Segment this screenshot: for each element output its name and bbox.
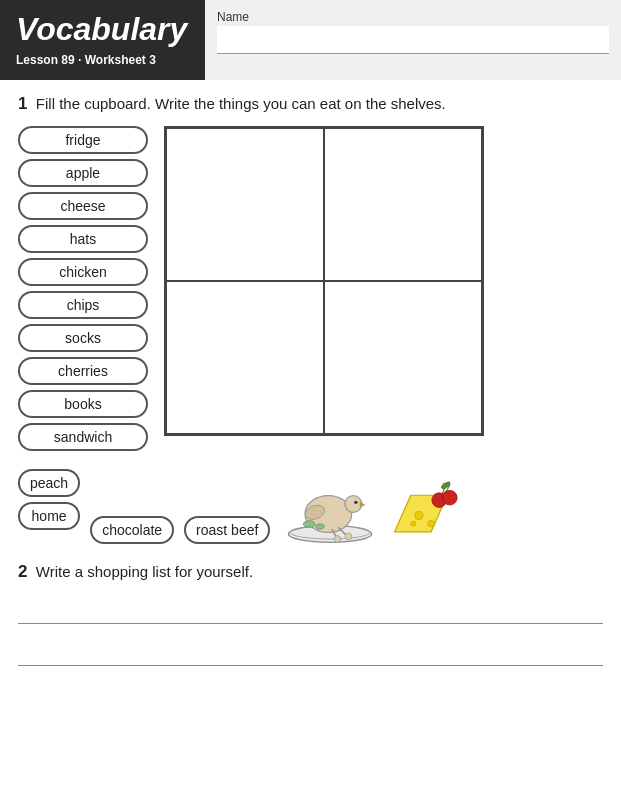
shelf-cell-4[interactable] xyxy=(324,281,482,434)
svg-point-4 xyxy=(345,533,352,540)
food-illustration xyxy=(390,479,460,544)
exercise2-area: 2 Write a shopping list for yourself. xyxy=(18,562,603,666)
word-pill: chicken xyxy=(18,258,148,286)
header-left: Vocabulary Lesson 89 · Worksheet 3 xyxy=(0,0,205,80)
word-pill-roast-beef: roast beef xyxy=(184,516,270,544)
exercise1-number: 1 xyxy=(18,94,27,113)
exercise2-number: 2 xyxy=(18,562,27,581)
word-pill: books xyxy=(18,390,148,418)
word-pill: fridge xyxy=(18,126,148,154)
cupboard-grid xyxy=(164,126,484,436)
name-input[interactable] xyxy=(217,26,609,54)
lesson-label: Lesson 89 · Worksheet 3 xyxy=(16,53,189,67)
word-pill: socks xyxy=(18,324,148,352)
svg-point-11 xyxy=(304,521,316,528)
exercise2-text: Write a shopping list for yourself. xyxy=(36,563,253,580)
word-pill: cherries xyxy=(18,357,148,385)
exercise2-instruction: 2 Write a shopping list for yourself. xyxy=(18,562,603,582)
shelf-cell-1[interactable] xyxy=(166,128,324,281)
word-pill: chips xyxy=(18,291,148,319)
svg-marker-9 xyxy=(360,502,365,507)
svg-point-18 xyxy=(443,490,458,505)
word-pill: cheese xyxy=(18,192,148,220)
bottom-words-area: peachhome chocolate roast beef xyxy=(18,469,603,544)
word-pill: apple xyxy=(18,159,148,187)
word-pill: hats xyxy=(18,225,148,253)
svg-point-14 xyxy=(415,512,423,520)
page-header: Vocabulary Lesson 89 · Worksheet 3 Name xyxy=(0,0,621,80)
svg-point-6 xyxy=(335,536,342,543)
page-title: Vocabulary xyxy=(16,12,189,47)
word-pill-chocolate: chocolate xyxy=(90,516,174,544)
content-area: 1 Fill the cupboard. Write the things yo… xyxy=(0,80,621,805)
svg-point-16 xyxy=(411,521,416,526)
writing-line-2[interactable] xyxy=(18,638,603,666)
shelf-cell-2[interactable] xyxy=(324,128,482,281)
word-list: fridgeapplecheesehatschickenchipssocksch… xyxy=(18,126,148,451)
exercise1-text: Fill the cupboard. Write the things you … xyxy=(36,95,446,112)
shelf-cell-3[interactable] xyxy=(166,281,324,434)
word-pill-peach: peach xyxy=(18,469,80,497)
bottom-words-right: chocolate roast beef xyxy=(90,469,460,544)
exercise1-body: fridgeapplecheesehatschickenchipssocksch… xyxy=(18,126,603,451)
writing-line-1[interactable] xyxy=(18,596,603,624)
svg-point-10 xyxy=(355,501,358,504)
svg-point-8 xyxy=(345,496,362,513)
exercise1-instruction: 1 Fill the cupboard. Write the things yo… xyxy=(18,94,603,114)
word-pill-home: home xyxy=(18,502,80,530)
header-right: Name xyxy=(205,0,621,80)
svg-point-12 xyxy=(316,524,324,529)
bottom-words-left: peachhome xyxy=(18,469,80,530)
chicken-illustration xyxy=(280,469,380,544)
svg-point-15 xyxy=(428,520,435,527)
svg-point-19 xyxy=(441,481,452,490)
name-label: Name xyxy=(217,10,609,24)
word-pill: sandwich xyxy=(18,423,148,451)
